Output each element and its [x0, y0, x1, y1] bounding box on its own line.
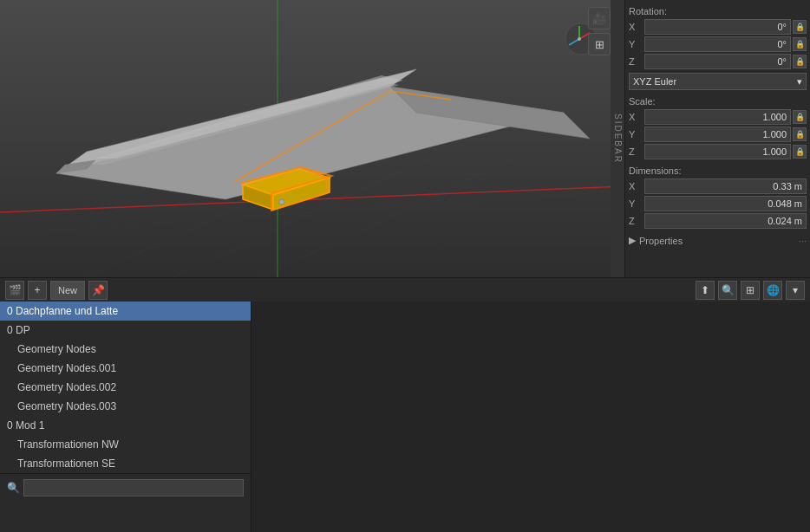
rot-y-value[interactable]: 0°: [644, 36, 791, 52]
list-item[interactable]: Transformationen NW: [0, 435, 251, 454]
search-icon: 🔍: [722, 284, 735, 296]
list-item[interactable]: Geometry Nodes.002: [0, 378, 251, 397]
scale-z-lock[interactable]: 🔒: [793, 145, 807, 159]
dim-x-label: X: [629, 181, 641, 191]
scale-y-lock[interactable]: 🔒: [793, 127, 807, 141]
rot-x-label: X: [629, 22, 641, 32]
rotation-mode-dropdown[interactable]: XYZ Euler ▾: [629, 73, 807, 90]
properties-toggle-label: Properties: [639, 236, 683, 246]
rot-y-label: Y: [629, 39, 641, 49]
new-button-label: New: [58, 285, 77, 295]
sidebar-toggle[interactable]: SIDEBAR: [611, 0, 624, 277]
svg-point-26: [578, 37, 581, 41]
chevron-button[interactable]: ▾: [786, 281, 805, 300]
properties-dots: ···: [799, 236, 807, 246]
search-area: 🔍: [0, 473, 251, 502]
scale-x-value[interactable]: 1.000: [644, 109, 791, 125]
rot-z-lock[interactable]: 🔒: [793, 55, 807, 68]
add-button[interactable]: +: [28, 281, 47, 300]
properties-arrow-icon: ▶: [629, 235, 636, 246]
list-item[interactable]: Transformationen SE: [0, 454, 251, 473]
list-item[interactable]: Geometry Nodes: [0, 340, 251, 359]
dim-x-value[interactable]: 0.33 m: [644, 178, 807, 194]
sidebar-label: SIDEBAR: [613, 114, 623, 164]
grid-icon: ⊞: [746, 284, 754, 296]
list-item[interactable]: 0 DP: [0, 321, 251, 340]
rot-z-label: Z: [629, 56, 641, 67]
search-icon: 🔍: [7, 482, 20, 494]
bottom-area: 🎬 + New 📌 ⬆ 🔍 ⊞ 🌐 ▾ 0 Dachpfan: [0, 277, 810, 532]
search-input[interactable]: [23, 479, 244, 496]
dim-y-value[interactable]: 0.048 m: [644, 196, 807, 211]
dim-z-value[interactable]: 0.024 m: [644, 213, 807, 229]
scale-z-value[interactable]: 1.000: [644, 144, 791, 159]
list-item[interactable]: Geometry Nodes.001: [0, 359, 251, 378]
list-area: 0 Dachpfanne und Latte0 DPGeometry Nodes…: [0, 302, 810, 532]
rotation-mode-value: XYZ Euler: [633, 76, 676, 87]
new-button[interactable]: New: [50, 281, 85, 300]
rot-z-value[interactable]: 0°: [644, 54, 791, 69]
bottom-toolbar: 🎬 + New 📌 ⬆ 🔍 ⊞ 🌐 ▾: [0, 277, 810, 302]
rotation-mode-chevron: ▾: [797, 76, 802, 88]
properties-panel: Rotation: X 0° 🔒 Y 0° 🔒 Z 0° 🔒 XYZ Euler…: [624, 0, 810, 277]
viewport-icons-panel: 🎥 ⊞: [588, 7, 611, 55]
dimensions-label: Dimensions:: [629, 163, 682, 178]
rotation-label: Rotation:: [629, 3, 667, 18]
scene-icon-button[interactable]: 🎬: [5, 281, 24, 300]
scene-icon: 🎬: [9, 284, 22, 296]
globe-icon: 🌐: [767, 284, 780, 296]
viewport[interactable]: [0, 0, 624, 277]
scale-y-label: Y: [629, 129, 641, 139]
list-items-container: 0 Dachpfanne und Latte0 DPGeometry Nodes…: [0, 302, 251, 473]
rot-x-value[interactable]: 0°: [644, 19, 791, 35]
globe-button[interactable]: 🌐: [763, 281, 782, 300]
add-icon: +: [34, 284, 40, 296]
dim-z-label: Z: [629, 216, 641, 226]
bottom-right-panel: [251, 302, 810, 532]
rot-y-lock[interactable]: 🔒: [793, 37, 807, 51]
rot-x-lock[interactable]: 🔒: [793, 20, 807, 34]
svg-point-21: [279, 199, 284, 204]
scale-z-label: Z: [629, 146, 641, 157]
upload-icon: ⬆: [701, 284, 709, 296]
node-list-panel: 0 Dachpfanne und Latte0 DPGeometry Nodes…: [0, 302, 251, 532]
pin-button[interactable]: 📌: [88, 281, 108, 300]
list-item[interactable]: 0 Mod 1: [0, 416, 251, 435]
camera-icon[interactable]: 🎥: [588, 7, 611, 29]
scale-label: Scale:: [629, 94, 656, 108]
properties-toggle[interactable]: ▶ Properties ···: [629, 232, 807, 249]
scale-x-label: X: [629, 112, 641, 122]
scale-y-value[interactable]: 1.000: [644, 127, 791, 142]
upload-button[interactable]: ⬆: [696, 281, 715, 300]
pin-icon: 📌: [92, 284, 105, 296]
grid-view-icon[interactable]: ⊞: [588, 33, 611, 55]
grid-button[interactable]: ⊞: [741, 281, 760, 300]
list-item[interactable]: Geometry Nodes.003: [0, 397, 251, 416]
chevron-down-icon: ▾: [793, 284, 798, 296]
dim-y-label: Y: [629, 198, 641, 209]
search-button[interactable]: 🔍: [718, 281, 737, 300]
scale-x-lock[interactable]: 🔒: [793, 110, 807, 124]
list-item[interactable]: 0 Dachpfanne und Latte: [0, 302, 251, 321]
